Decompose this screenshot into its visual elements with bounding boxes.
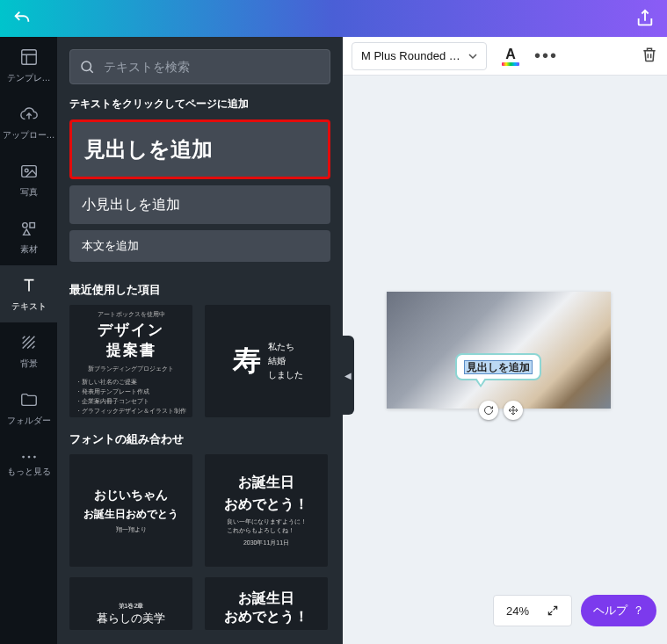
combo-line: お誕生日おめでとう [83, 507, 178, 522]
zoom-value: 24% [506, 604, 529, 618]
rail-text[interactable]: テキスト [0, 265, 57, 322]
combo-line: 2030年11月11日 [243, 539, 289, 547]
combo-line: 暮らしの美学 [97, 611, 165, 626]
thumb-kanji: 寿 [233, 342, 261, 380]
combo-line: お誕生日 [238, 590, 294, 608]
font-select[interactable]: M Plus Rounded … [352, 42, 487, 70]
collapse-panel-button[interactable]: ◀ [342, 336, 354, 415]
font-combo-thumbs-2: 第1巻2章 暮らしの美学 お誕生日 おめでとう！ [69, 577, 330, 630]
canvas-photo: 見出しを追加 [387, 292, 611, 409]
more-options-button[interactable]: ••• [534, 46, 558, 66]
side-rail: テンプレ… アップロー… 写真 素材 テキスト 背景 フォルダー もっと見る [0, 37, 57, 644]
font-combo-3[interactable]: 第1巻2章 暮らしの美学 [69, 577, 192, 630]
undo-button[interactable] [12, 9, 32, 28]
rail-background[interactable]: 背景 [0, 322, 57, 380]
rail-label: 写真 [20, 186, 38, 199]
bubble-tail-icon [475, 379, 487, 387]
main-layout: テンプレ… アップロー… 写真 素材 テキスト 背景 フォルダー もっと見る [0, 37, 667, 644]
rail-label: アップロー… [3, 129, 55, 141]
speech-bubble[interactable]: 見出しを追加 [455, 353, 541, 380]
svg-point-2 [25, 169, 28, 172]
delete-button[interactable] [641, 46, 658, 67]
search-icon [79, 59, 95, 75]
font-combo-4[interactable]: お誕生日 おめでとう！ [205, 577, 328, 630]
combo-line: おめでとう！ [224, 496, 308, 514]
rail-folder[interactable]: フォルダー [0, 380, 57, 437]
rail-more[interactable]: もっと見る [0, 437, 57, 494]
canvas-area: M Plus Rounded … A ••• ◀ 見出しを追加 [343, 37, 667, 644]
combo-line: 翔一翔より [116, 525, 147, 534]
thumb-side: 私たち 結婚 しました [268, 340, 303, 382]
svg-point-8 [82, 62, 91, 71]
font-name: M Plus Rounded … [361, 49, 460, 62]
add-body-label: 本文を追加 [82, 238, 139, 254]
recent-template-2[interactable]: 寿 私たち 結婚 しました [205, 305, 330, 417]
canvas-handles [479, 401, 523, 420]
recent-template-1[interactable]: アートボックスを使用中 デザイン 提案書 新ブランディングプロジェクト ・新しい… [69, 305, 192, 417]
combo-line: お誕生日 [238, 474, 294, 492]
thumb-sup: アートボックスを使用中 [98, 309, 165, 319]
share-button[interactable] [635, 9, 655, 28]
help-button[interactable]: ヘルプ ？ [581, 595, 656, 626]
svg-rect-0 [21, 49, 36, 64]
rail-label: テンプレ… [7, 72, 51, 84]
rail-label: もっと見る [7, 466, 51, 478]
thumb-big2: 提案書 [106, 340, 156, 360]
thumb-bullets: ・新しい社名のご提案 ・発表用テンプレート作成 ・企業案内冊子コンセプト ・グラ… [76, 377, 186, 416]
svg-point-6 [27, 455, 30, 458]
rail-upload[interactable]: アップロー… [0, 94, 57, 151]
bottom-controls: 24% ヘルプ ？ [493, 595, 656, 626]
combo-line: 第1巻2章 [119, 602, 144, 611]
font-combo-thumbs: おじいちゃん お誕生日おめでとう 翔一翔より お誕生日 おめでとう！ 良い一年に… [69, 454, 330, 567]
search-box[interactable] [69, 49, 330, 84]
help-question-icon: ？ [633, 603, 644, 619]
combo-line: おめでとう！ [224, 608, 308, 626]
bubble-text[interactable]: 見出しを追加 [464, 360, 533, 374]
thumb-big1: デザイン [98, 320, 164, 340]
recent-thumbs: アートボックスを使用中 デザイン 提案書 新ブランディングプロジェクト ・新しい… [69, 305, 330, 417]
chevron-left-icon: ◀ [344, 371, 352, 380]
add-heading-label: 見出しを追加 [84, 135, 213, 163]
page-canvas[interactable]: 見出しを追加 [387, 292, 611, 409]
combo-line: おじいちゃん [94, 488, 168, 503]
add-subheading-label: 小見出しを追加 [82, 196, 180, 214]
svg-rect-4 [29, 222, 33, 228]
help-label: ヘルプ [593, 603, 627, 619]
text-color-button[interactable]: A [499, 44, 522, 69]
svg-point-7 [33, 455, 36, 458]
text-panel: テキストをクリックしてページに追加 見出しを追加 小見出しを追加 本文を追加 最… [57, 37, 343, 644]
zoom-control[interactable]: 24% [493, 595, 572, 626]
font-combo-2[interactable]: お誕生日 おめでとう！ 良い一年になりますように！ これからもよろしくね！ 20… [205, 454, 328, 567]
rotate-handle[interactable] [479, 401, 498, 420]
color-letter: A [505, 47, 516, 62]
add-subheading-button[interactable]: 小見出しを追加 [69, 185, 330, 224]
font-combo-1[interactable]: おじいちゃん お誕生日おめでとう 翔一翔より [69, 454, 192, 567]
rail-photo[interactable]: 写真 [0, 151, 57, 208]
combo-line: 良い一年になりますように！ これからもよろしくね！ [227, 517, 307, 535]
move-handle[interactable] [504, 401, 523, 420]
rail-elements[interactable]: 素材 [0, 208, 57, 265]
svg-point-5 [22, 455, 25, 458]
fullscreen-icon[interactable] [547, 604, 559, 617]
svg-rect-1 [21, 165, 36, 177]
add-heading-button[interactable]: 見出しを追加 [69, 119, 330, 179]
rail-label: テキスト [11, 300, 47, 313]
color-spectrum-icon [502, 62, 519, 66]
svg-point-3 [22, 222, 27, 228]
top-bar [0, 0, 667, 37]
chevron-down-icon [468, 52, 477, 61]
font-combo-title: フォントの組み合わせ [69, 431, 330, 447]
recent-section-title: 最近使用した項目 [69, 282, 330, 298]
search-input[interactable] [104, 60, 321, 74]
text-toolbar: M Plus Rounded … A ••• [343, 37, 667, 76]
thumb-sub: 新ブランディングプロジェクト [88, 364, 174, 373]
rail-label: 背景 [20, 358, 38, 370]
rail-templates[interactable]: テンプレ… [0, 37, 57, 94]
add-text-hint: テキストをクリックしてページに追加 [69, 97, 330, 112]
rail-label: フォルダー [7, 415, 51, 427]
add-body-button[interactable]: 本文を追加 [69, 230, 330, 262]
rail-label: 素材 [20, 243, 38, 256]
